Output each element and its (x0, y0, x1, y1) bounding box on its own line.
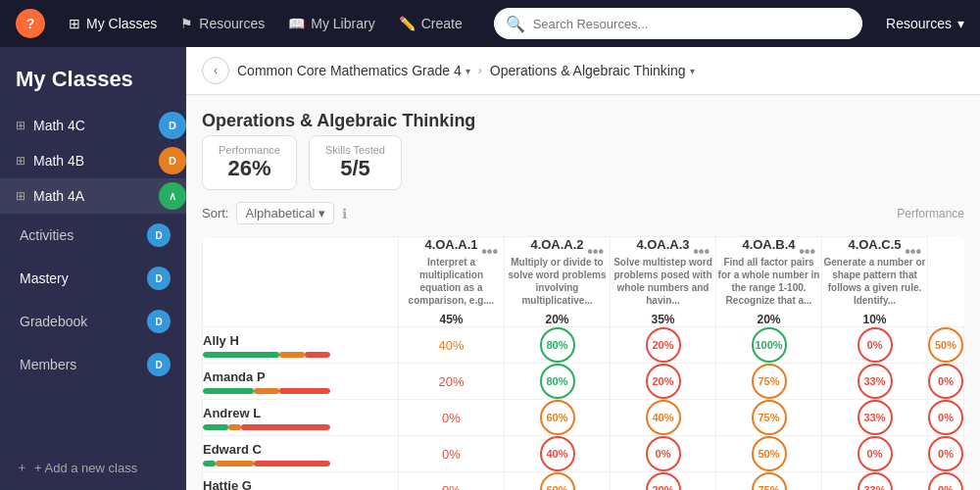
score-circle[interactable]: 0% (858, 436, 893, 471)
score-circle[interactable]: 40% (540, 436, 575, 471)
score-cell[interactable]: 100% (716, 327, 822, 364)
student-name-cell: Ally H (203, 327, 399, 364)
breadcrumb-bar: ‹ Common Core Mathematics Grade 4 ▾ › Op… (186, 47, 980, 95)
resources-dropdown[interactable]: Resources ▾ (886, 16, 964, 31)
score-cell[interactable]: 60% (505, 472, 611, 491)
grid-icon-small3: ⊞ (16, 189, 25, 203)
score-circle[interactable]: 0% (928, 436, 963, 471)
progress-bar (203, 388, 330, 394)
nav-my-classes[interactable]: ⊞ My Classes (69, 16, 157, 31)
score-cell[interactable]: 33% (822, 472, 928, 491)
score-circle[interactable]: 0% (646, 436, 681, 471)
chevron-down-icon: ▾ (957, 16, 964, 31)
back-button[interactable]: ‹ (202, 57, 229, 84)
score-cell[interactable]: 0% (611, 436, 716, 472)
performance-cell: 0% (399, 400, 505, 436)
score-circle[interactable]: 33% (858, 364, 893, 399)
student-name: Edward C (203, 442, 398, 457)
score-circle[interactable]: 40% (646, 400, 681, 435)
score-circle[interactable]: 100% (752, 327, 787, 363)
score-circle[interactable]: 75% (752, 472, 787, 490)
score-cell[interactable]: 0% (928, 436, 964, 472)
skills-stat: Skills Tested 5/5 (309, 135, 402, 190)
score-cell[interactable]: 33% (822, 364, 928, 400)
score-cell[interactable]: 0% (928, 472, 964, 491)
add-class-button[interactable]: ＋ + Add a new class (0, 445, 186, 490)
sidebar-item-mastery[interactable]: Mastery D (0, 257, 186, 300)
score-cell[interactable]: 33% (822, 400, 928, 436)
performance-cell: 0% (399, 436, 505, 472)
score-cell[interactable]: 20% (611, 472, 716, 491)
more-icon-2[interactable]: ••• (693, 243, 710, 261)
score-cell[interactable]: 20% (611, 327, 716, 364)
sidebar-item-math4b[interactable]: ⊞ Math 4B D (0, 143, 186, 178)
sidebar-item-math4a[interactable]: ⊞ Math 4A ∧ (0, 178, 186, 214)
student-name-cell: Andrew L (203, 400, 399, 436)
score-circle[interactable]: 20% (646, 327, 681, 363)
more-icon-4[interactable]: ••• (905, 243, 921, 261)
score-cell[interactable]: 50% (716, 436, 822, 472)
score-cell[interactable]: 50% (928, 327, 964, 364)
score-circle[interactable]: 80% (540, 364, 575, 399)
chevron-down-icon3: ▾ (318, 206, 325, 220)
score-cell[interactable]: 0% (822, 327, 928, 364)
sidebar-item-gradebook[interactable]: Gradebook D (0, 300, 186, 343)
score-circle[interactable]: 60% (540, 400, 575, 435)
nav-my-library[interactable]: 📖 My Library (288, 16, 374, 31)
breadcrumb-sep: › (478, 64, 482, 77)
sidebar-item-math4c[interactable]: ⊞ Math 4C D (0, 108, 186, 143)
score-cell[interactable]: 80% (505, 327, 611, 364)
nav-resources[interactable]: ⚑ Resources (180, 16, 265, 31)
unit-selector[interactable]: Operations & Algebraic Thinking ▾ (490, 63, 695, 78)
more-icon-1[interactable]: ••• (587, 243, 604, 261)
score-cell[interactable]: 20% (611, 364, 716, 400)
more-icon-3[interactable]: ••• (799, 243, 815, 261)
score-circle[interactable]: 20% (646, 364, 681, 399)
section-header: Operations & Algebraic Thinking Performa… (202, 111, 964, 190)
score-circle[interactable]: 50% (752, 436, 787, 471)
sidebar: My Classes ⊞ Math 4C D ⊞ Math 4B D ⊞ Mat… (0, 47, 186, 490)
search-bar[interactable]: 🔍 (494, 8, 862, 39)
score-circle[interactable]: 80% (540, 327, 575, 363)
gradebook-badge: D (147, 310, 171, 333)
score-cell[interactable]: 75% (716, 472, 822, 491)
sidebar-item-members[interactable]: Members D (0, 343, 186, 386)
performance-cell: 40% (399, 327, 505, 364)
score-cell[interactable]: 60% (505, 400, 611, 436)
score-circle[interactable]: 75% (752, 364, 787, 399)
library-icon: 📖 (288, 16, 305, 31)
score-circle[interactable]: 0% (928, 364, 963, 399)
score-cell[interactable]: 75% (716, 364, 822, 400)
standard-header-4: 4.OA.C.5 ••• Generate a number or shape … (822, 237, 928, 327)
nav-create[interactable]: ✏️ Create (399, 16, 463, 31)
sort-bar: Sort: Alphabetical ▾ ℹ Performance (202, 202, 964, 224)
score-cell[interactable]: 40% (505, 436, 611, 472)
table-row: Andrew L 0%60%40%75%33%0% (203, 400, 964, 436)
standard-header-0: 4.OA.A.1 ••• Interpret a multiplication … (399, 237, 505, 327)
sidebar-item-activities[interactable]: Activities D (0, 214, 186, 257)
score-cell[interactable]: 0% (928, 364, 964, 400)
score-circle[interactable]: 33% (858, 472, 893, 490)
score-circle[interactable]: 60% (540, 472, 575, 490)
sort-dropdown[interactable]: Alphabetical ▾ (236, 202, 334, 224)
score-circle[interactable]: 33% (858, 400, 893, 435)
more-icon-0[interactable]: ••• (481, 243, 498, 261)
score-circle[interactable]: 20% (646, 472, 681, 490)
progress-bar (203, 352, 330, 358)
score-circle[interactable]: 75% (752, 400, 787, 435)
score-cell[interactable]: 0% (822, 436, 928, 472)
score-circle[interactable]: 50% (928, 327, 963, 363)
score-cell[interactable]: 40% (611, 400, 716, 436)
search-input[interactable] (533, 17, 851, 31)
score-circle[interactable]: 0% (858, 327, 893, 363)
score-circle[interactable]: 0% (928, 400, 963, 435)
class-badge-math4b: D (159, 147, 186, 174)
score-cell[interactable]: 0% (928, 400, 964, 436)
score-cell[interactable]: 80% (505, 364, 611, 400)
info-icon[interactable]: ℹ (342, 206, 347, 221)
score-cell[interactable]: 75% (716, 400, 822, 436)
mastery-badge: D (147, 267, 171, 290)
progress-bar (203, 424, 330, 430)
score-circle[interactable]: 0% (928, 472, 963, 490)
course-selector[interactable]: Common Core Mathematics Grade 4 ▾ (237, 63, 470, 78)
